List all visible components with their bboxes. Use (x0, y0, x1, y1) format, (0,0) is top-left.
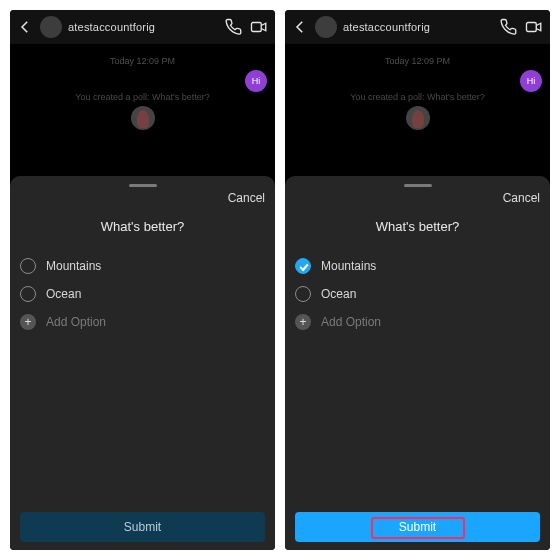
chat-area: Today 12:09 PM Hi You created a poll: Wh… (285, 44, 550, 134)
poll-question: What's better? (295, 215, 540, 252)
back-icon[interactable] (16, 18, 34, 36)
submit-button[interactable]: Submit (295, 512, 540, 542)
poll-question: What's better? (20, 215, 265, 252)
radio-icon (20, 286, 36, 302)
chat-area: Today 12:09 PM Hi You created a poll: Wh… (10, 44, 275, 134)
poll-author-avatar (131, 106, 155, 130)
chat-timestamp: Today 12:09 PM (10, 48, 275, 74)
add-option-label: Add Option (321, 315, 381, 329)
poll-option-1[interactable]: Ocean (295, 280, 540, 308)
poll-option-0[interactable]: Mountains (295, 252, 540, 280)
poll-author-avatar (406, 106, 430, 130)
video-call-icon[interactable] (524, 18, 544, 36)
poll-card-peek (10, 106, 275, 134)
radio-icon (20, 258, 36, 274)
call-icon[interactable] (225, 18, 243, 36)
poll-option-label: Ocean (321, 287, 356, 301)
radio-selected-icon (295, 258, 311, 274)
avatar[interactable] (315, 16, 337, 38)
poll-option-label: Ocean (46, 287, 81, 301)
chat-header: atestaccountforig (10, 10, 275, 44)
poll-sheet: Cancel What's better? Mountains Ocean + … (10, 176, 275, 550)
call-icon[interactable] (500, 18, 518, 36)
video-call-icon[interactable] (249, 18, 269, 36)
phone-right: atestaccountforig Today 12:09 PM Hi You … (285, 10, 550, 550)
poll-option-0[interactable]: Mountains (20, 252, 265, 280)
poll-sheet: Cancel What's better? Mountains Ocean + … (285, 176, 550, 550)
cancel-button[interactable]: Cancel (295, 187, 540, 215)
chat-header: atestaccountforig (285, 10, 550, 44)
plus-icon: + (295, 314, 311, 330)
poll-option-label: Mountains (46, 259, 101, 273)
back-icon[interactable] (291, 18, 309, 36)
add-option-label: Add Option (46, 315, 106, 329)
poll-option-1[interactable]: Ocean (20, 280, 265, 308)
screenshot-pair: atestaccountforig Today 12:09 PM Hi You … (0, 0, 560, 560)
chat-username[interactable]: atestaccountforig (343, 21, 430, 33)
plus-icon: + (20, 314, 36, 330)
message-bubble[interactable]: Hi (520, 70, 542, 92)
radio-icon (295, 286, 311, 302)
poll-card-peek (285, 106, 550, 134)
svg-rect-0 (252, 23, 262, 32)
add-option-row[interactable]: + Add Option (20, 308, 265, 336)
phone-left: atestaccountforig Today 12:09 PM Hi You … (10, 10, 275, 550)
chat-timestamp: Today 12:09 PM (285, 48, 550, 74)
add-option-row[interactable]: + Add Option (295, 308, 540, 336)
submit-button[interactable]: Submit (20, 512, 265, 542)
poll-created-notice: You created a poll: What's better? (10, 74, 275, 106)
poll-created-notice: You created a poll: What's better? (285, 74, 550, 106)
poll-option-label: Mountains (321, 259, 376, 273)
chat-username[interactable]: atestaccountforig (68, 21, 155, 33)
submit-label: Submit (399, 520, 436, 534)
avatar[interactable] (40, 16, 62, 38)
svg-rect-1 (527, 23, 537, 32)
submit-label: Submit (124, 520, 161, 534)
cancel-button[interactable]: Cancel (20, 187, 265, 215)
message-bubble[interactable]: Hi (245, 70, 267, 92)
